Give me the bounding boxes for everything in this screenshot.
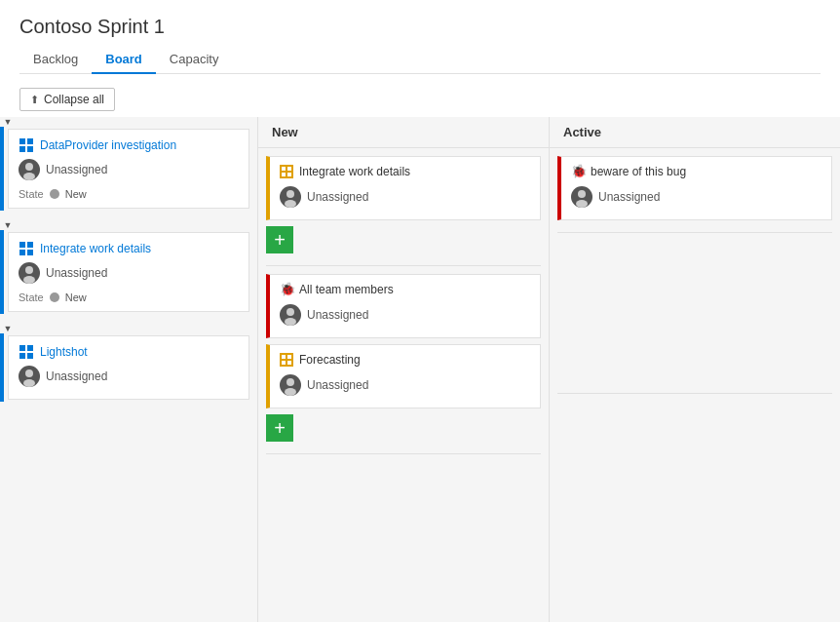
backlog-group-dataprovider: ▼ DataProvider investigation (0, 117, 257, 211)
collapse-all-icon: ⬆ (30, 94, 39, 106)
svg-point-39 (578, 190, 586, 198)
card-assignee-integrate-work: Unassigned (280, 186, 530, 208)
svg-point-26 (286, 190, 294, 198)
backlog-item-title-dataprovider: DataProvider investigation (19, 137, 239, 153)
card-assignee-name-integrate-work: Unassigned (307, 190, 368, 204)
svg-rect-31 (282, 355, 286, 359)
assignee-row-integrate: Unassigned (19, 262, 239, 284)
avatar-card-beware-bug (571, 186, 592, 208)
assignee-name-integrate: Unassigned (46, 266, 107, 280)
card-beware-bug[interactable]: 🐞 beware of this bug (557, 156, 832, 220)
assignee-row-dataprovider: Unassigned (19, 159, 239, 180)
backlog-title-bar-dataprovider: DataProvider investigation Unassigned (0, 127, 257, 211)
backlog-item-title-integrate: Integrate work details (19, 241, 239, 256)
card-beware-bug-title: 🐞 beware of this bug (571, 165, 821, 178)
svg-rect-16 (19, 353, 25, 359)
svg-rect-14 (19, 345, 25, 351)
task-icon-integrate-work (280, 165, 293, 178)
new-section-3 (266, 462, 541, 521)
svg-point-19 (25, 369, 33, 377)
state-row-dataprovider: State New (19, 184, 239, 200)
svg-rect-21 (282, 167, 286, 171)
column-new: New Integrate work details (258, 117, 550, 622)
card-integrate-work-title: Integrate work details (280, 165, 530, 178)
backlog-group-integrate: ▼ Integrate work details (0, 220, 257, 314)
state-dot-integrate (50, 292, 59, 302)
svg-rect-24 (287, 173, 291, 176)
card-all-team-title: 🐞 All team members (280, 283, 530, 296)
svg-point-40 (576, 200, 588, 208)
collapse-all-button[interactable]: ⬆ Collapse all (19, 88, 115, 111)
backlog-card-integrate: Integrate work details Unassigned (8, 232, 249, 312)
column-active: Active 🐞 beware of this bug (550, 117, 840, 622)
svg-rect-15 (27, 345, 33, 351)
card-title-integrate-work: Integrate work details (299, 165, 410, 178)
blue-bar-integrate (0, 230, 4, 314)
card-integrate-work[interactable]: Integrate work details (266, 156, 541, 220)
svg-rect-3 (27, 146, 33, 152)
avatar-integrate (19, 262, 40, 284)
collapse-arrow-integrate[interactable]: ▼ (0, 220, 16, 230)
tab-capacity[interactable]: Capacity (156, 46, 233, 74)
group-header-dataprovider[interactable]: ▼ (0, 117, 257, 127)
column-header-active: Active (550, 117, 840, 148)
tab-board[interactable]: Board (92, 46, 156, 74)
bug-icon-all-team: 🐞 (280, 283, 293, 296)
column-body-new: Integrate work details (258, 148, 549, 622)
active-section-2 (557, 241, 832, 387)
state-value-dataprovider: New (65, 188, 87, 200)
avatar-card-integrate-work (280, 186, 301, 208)
add-card-button-new-1[interactable]: + (266, 226, 293, 253)
backlog-icon-integrate (19, 241, 34, 256)
group-header-integrate[interactable]: ▼ (0, 220, 257, 230)
svg-rect-34 (287, 361, 291, 365)
svg-rect-1 (27, 138, 33, 144)
svg-rect-8 (27, 242, 33, 248)
new-section-1: Integrate work details (266, 156, 541, 259)
backlog-title-dataprovider: DataProvider investigation (40, 138, 176, 152)
state-row-integrate: State New (19, 288, 239, 303)
assignee-name-dataprovider: Unassigned (46, 163, 107, 176)
add-card-button-new-2[interactable]: + (266, 414, 293, 442)
backlog-title-integrate: Integrate work details (40, 242, 151, 255)
group-header-lightshot[interactable]: ▼ (0, 324, 257, 333)
card-assignee-name-all-team: Unassigned (307, 308, 368, 322)
blue-bar-lightshot (0, 333, 4, 402)
state-value-integrate: New (65, 292, 87, 303)
svg-rect-7 (19, 242, 25, 248)
card-all-team[interactable]: 🐞 All team members (266, 274, 541, 338)
svg-point-29 (286, 308, 294, 316)
avatar-card-all-team (280, 304, 301, 326)
board-area: New Integrate work details (258, 117, 840, 622)
svg-rect-10 (27, 250, 33, 255)
svg-point-27 (285, 200, 296, 208)
card-forecasting-title: Forecasting (280, 353, 530, 367)
column-body-active: 🐞 beware of this bug (550, 148, 840, 622)
avatar-dataprovider (19, 159, 40, 180)
page-title: Contoso Sprint 1 (19, 16, 821, 38)
column-header-new: New (258, 117, 549, 148)
svg-rect-2 (19, 146, 25, 152)
svg-point-12 (25, 266, 33, 274)
svg-point-5 (25, 163, 33, 171)
active-section-1: 🐞 beware of this bug (557, 156, 832, 226)
backlog-title-lightshot: Lightshot (40, 345, 88, 359)
card-title-beware-bug: beware of this bug (591, 165, 686, 178)
toolbar: ⬆ Collapse all (0, 82, 840, 117)
header: Contoso Sprint 1 Backlog Board Capacity (0, 0, 840, 82)
new-section-2: 🐞 All team members (266, 274, 541, 447)
collapse-arrow-dataprovider[interactable]: ▼ (0, 117, 16, 127)
collapse-arrow-lightshot[interactable]: ▼ (0, 324, 16, 333)
blue-bar-dataprovider (0, 127, 4, 211)
svg-rect-9 (19, 250, 25, 255)
active-section-3 (557, 402, 832, 460)
avatar-lightshot (19, 366, 40, 387)
card-assignee-name-forecasting: Unassigned (307, 378, 368, 392)
svg-rect-0 (19, 138, 25, 144)
backlog-item-title-lightshot: Lightshot (19, 344, 239, 360)
state-dot-dataprovider (50, 189, 59, 199)
card-assignee-all-team: Unassigned (280, 304, 530, 326)
tab-backlog[interactable]: Backlog (19, 46, 92, 74)
svg-rect-22 (287, 167, 291, 171)
card-forecasting[interactable]: Forecasting Unassig (266, 344, 541, 408)
